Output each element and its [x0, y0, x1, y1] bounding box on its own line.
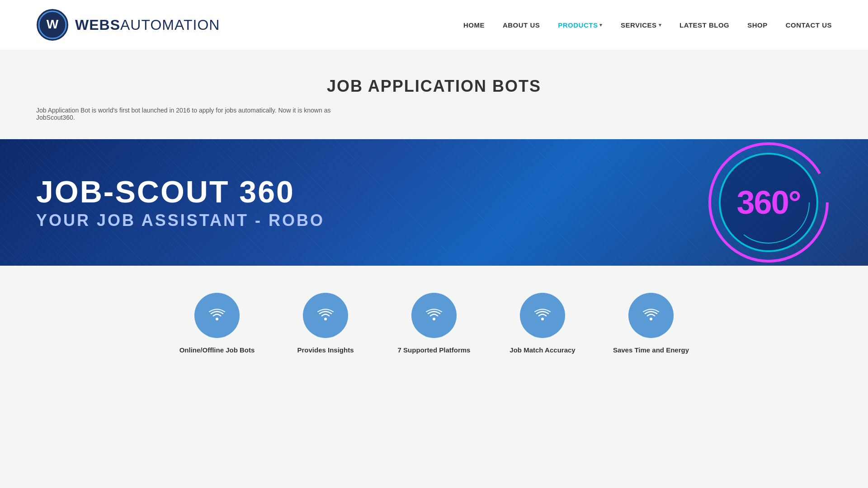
svg-point-7	[324, 318, 327, 320]
feature-item-1: Online/Offline Job Bots	[176, 293, 258, 354]
wifi-icon-2	[316, 306, 335, 324]
nav-products[interactable]: PRODUCTS ▾	[558, 21, 603, 29]
svg-point-9	[541, 318, 544, 320]
banner-title: JOB-SCOUT 360	[36, 175, 325, 209]
logo-icon: W	[36, 9, 69, 41]
banner-right: 360°	[705, 139, 832, 266]
features-grid: Online/Offline Job Bots Provides Insight…	[36, 293, 832, 354]
svg-point-8	[433, 318, 435, 320]
feature-label-3: 7 Supported Platforms	[398, 346, 471, 354]
feature-icon-4	[520, 293, 565, 338]
wifi-icon-1	[208, 306, 226, 324]
nav-contact[interactable]: CONTACT US	[786, 21, 832, 29]
feature-icon-5	[628, 293, 674, 338]
svg-point-6	[216, 318, 218, 320]
feature-label-1: Online/Offline Job Bots	[179, 346, 255, 354]
hero-banner: JOB-SCOUT 360 YOUR JOB ASSISTANT - ROBO …	[0, 139, 868, 266]
nav-blog[interactable]: LATEST BLOG	[679, 21, 729, 29]
page-description: Job Application Bot is world's first bot…	[36, 107, 353, 121]
nav-about[interactable]: ABOUT US	[503, 21, 540, 29]
nav-home[interactable]: HOME	[463, 21, 485, 29]
footer-space	[0, 381, 868, 408]
feature-icon-1	[194, 293, 240, 338]
content-area: JOB APPLICATION BOTS Job Application Bot…	[0, 50, 868, 139]
svg-point-10	[650, 318, 652, 320]
services-chevron-icon: ▾	[659, 22, 662, 28]
page-title: JOB APPLICATION BOTS	[36, 77, 832, 96]
banner-left: JOB-SCOUT 360 YOUR JOB ASSISTANT - ROBO	[0, 175, 361, 230]
wifi-icon-5	[642, 306, 660, 324]
feature-item-4: Job Match Accuracy	[502, 293, 583, 354]
logo[interactable]: W WEBSAUTOMATION	[36, 9, 220, 41]
feature-icon-3	[411, 293, 457, 338]
feature-label-4: Job Match Accuracy	[509, 346, 575, 354]
wifi-icon-3	[425, 306, 443, 324]
feature-item-5: Saves Time and Energy	[610, 293, 692, 354]
feature-item-2: Provides Insights	[285, 293, 366, 354]
feature-item-3: 7 Supported Platforms	[393, 293, 475, 354]
products-chevron-icon: ▾	[599, 22, 603, 28]
svg-text:W: W	[47, 17, 59, 31]
feature-label-2: Provides Insights	[297, 346, 354, 354]
feature-icon-2	[303, 293, 348, 338]
features-section: Online/Offline Job Bots Provides Insight…	[0, 266, 868, 381]
logo-text: WEBSAUTOMATION	[75, 17, 220, 33]
circle-360-text: 360°	[737, 184, 801, 221]
circle-360-graphic: 360°	[705, 139, 832, 266]
site-header: W WEBSAUTOMATION HOME ABOUT US PRODUCTS …	[0, 0, 868, 50]
wifi-icon-4	[533, 306, 552, 324]
nav-services[interactable]: SERVICES ▾	[621, 21, 661, 29]
feature-label-5: Saves Time and Energy	[613, 346, 689, 354]
main-nav: HOME ABOUT US PRODUCTS ▾ SERVICES ▾ LATE…	[463, 21, 832, 29]
banner-subtitle: YOUR JOB ASSISTANT - ROBO	[36, 211, 325, 230]
nav-shop[interactable]: SHOP	[747, 21, 768, 29]
